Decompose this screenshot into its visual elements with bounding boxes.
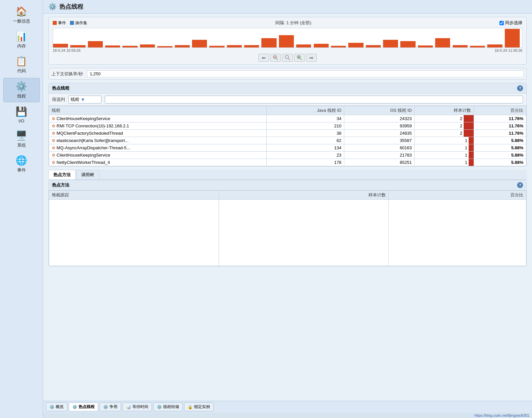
bottom-tab-bar: ⚙️ 概览 ⚙️ 热点线程 ⚙️ 争用 📊 等待时间 ⚙️ 线程转储 🔒 锁定实…	[43, 401, 532, 413]
table-row[interactable]: ⚙ NettyClientWorkerThread_4 178 85251 1 …	[49, 159, 526, 166]
sidebar-item-memory[interactable]: 📊 内存	[3, 28, 40, 52]
os-id: 93959	[344, 122, 415, 130]
hot-methods-body	[49, 200, 526, 266]
sidebar-label-memory: 内存	[17, 43, 26, 49]
thread-name: ⚙ MQClientFactoryScheduledThread	[49, 130, 267, 137]
filter-select[interactable]: 线程 ▼	[68, 96, 101, 104]
java-id: 178	[266, 159, 344, 166]
bottom-tab-hot-threads[interactable]: ⚙️ 热点线程	[69, 402, 98, 411]
table-row[interactable]: ⚙ ClientHouseKeepingService 34 24323 2 1…	[49, 115, 526, 122]
hot-methods-title: 热点方法	[52, 182, 69, 188]
timeline-bar	[400, 41, 415, 47]
timeline-bar	[348, 43, 363, 47]
table-row[interactable]: ⚙ RMI TCP Connection(10)-192.168.2.1 210…	[49, 122, 526, 130]
timeline-bar	[53, 44, 68, 47]
tab-call-tree[interactable]: 调用树	[76, 170, 99, 179]
sample-count: 1	[415, 159, 474, 166]
col-os-id: OS 线程 ID	[344, 106, 415, 115]
col-samples2: 样本计数	[219, 191, 388, 200]
sample-count: 2	[415, 130, 474, 137]
table-row[interactable]: ⚙ MQ-AsyncArrayDispatcher-Thread-5... 13…	[49, 144, 526, 152]
sidebar-label-system: 系统	[17, 142, 26, 148]
sidebar-label-threads: 线程	[17, 93, 26, 99]
hot-threads-header: 热点线程 ?	[49, 83, 526, 94]
hot-methods-help-icon[interactable]: ?	[517, 182, 523, 188]
filter-input[interactable]	[105, 96, 523, 104]
sidebar-item-threads[interactable]: ⚙️ 线程	[3, 78, 40, 102]
bottom-tab-overview[interactable]: ⚙️ 概览	[46, 402, 67, 411]
thread-name: ⚙ NettyClientWorkerThread_4	[49, 159, 267, 166]
java-id: 62	[266, 137, 344, 144]
back-button[interactable]: ⇦	[258, 54, 269, 62]
event-label: 事件	[58, 20, 66, 26]
help-icon[interactable]: ?	[517, 85, 523, 91]
dump-label: 线程转储	[163, 404, 179, 410]
percent: 11.76%	[474, 122, 526, 130]
hot-threads-icon: ⚙️	[72, 405, 77, 409]
forward-button[interactable]: ⇨	[306, 54, 317, 62]
table-row[interactable]: ⚙ elasticsearch[Karla Sofen][transport..…	[49, 137, 526, 144]
bottom-tab-lock-instances[interactable]: 🔒 锁定实例	[184, 402, 214, 411]
content-area: 事件 操作集 间隔: 1 分钟 (全部) 同步选择 18-5-24 10:59:…	[43, 14, 532, 401]
timeline-bar	[435, 38, 450, 47]
wait-label: 等待时间	[132, 404, 148, 410]
table-row[interactable]: ⚙ MQClientFactoryScheduledThread 38 2483…	[49, 130, 526, 137]
timeline-bar	[140, 44, 155, 47]
timeline-legend: 事件 操作集	[53, 20, 87, 26]
sidebar-item-general[interactable]: 🏠 一般信息	[3, 3, 40, 27]
thread-icon: ⚙	[52, 124, 55, 128]
thread-name: ⚙ ClientHouseKeepingService	[49, 115, 267, 122]
page-header: ⚙️ 热点线程	[43, 0, 532, 14]
page-title: 热点线程	[59, 3, 83, 11]
percent: 5.88%	[474, 144, 526, 152]
col-java-id: Java 线程 ID	[266, 106, 344, 115]
hot-methods-panel: 热点方法 ? 堆栈跟踪 样本计数 百分比	[48, 180, 527, 266]
zoom-out-button[interactable]	[270, 54, 281, 62]
percent: 5.88%	[474, 159, 526, 166]
sync-check-input[interactable]	[499, 21, 504, 25]
lock-label: 锁定实例	[194, 404, 210, 410]
timeline-bar	[314, 44, 329, 47]
tab-hot-methods[interactable]: 热点方法	[48, 170, 76, 179]
filter-label: 筛选列	[52, 97, 65, 103]
timeline-bar	[175, 45, 190, 47]
java-id: 23	[266, 152, 344, 159]
svg-point-3	[285, 55, 289, 59]
zoom-in-button[interactable]	[294, 54, 305, 62]
sidebar-label-code: 代码	[17, 68, 26, 74]
io-icon: 💾	[16, 106, 27, 117]
sidebar-item-code[interactable]: 📋 代码	[3, 53, 40, 77]
sync-label: 同步选择	[505, 20, 522, 26]
bottom-tab-wait-time[interactable]: 📊 等待时间	[122, 402, 152, 411]
sample-bar	[464, 122, 474, 129]
sync-checkbox[interactable]: 同步选择	[499, 20, 522, 26]
percent: 5.88%	[474, 137, 526, 144]
code-icon: 📋	[16, 56, 27, 67]
java-id: 210	[266, 122, 344, 130]
bottom-tab-contention[interactable]: ⚙️ 争用	[100, 402, 121, 411]
timeline-chart[interactable]	[53, 28, 522, 48]
svg-line-6	[300, 58, 302, 60]
os-id: 60163	[344, 144, 415, 152]
overview-icon: ⚙️	[49, 405, 54, 409]
os-id: 21783	[344, 152, 415, 159]
timeline-bar	[453, 45, 468, 47]
filter-row: 筛选列 线程 ▼	[49, 94, 526, 106]
overview-label: 概览	[56, 404, 64, 410]
zoom-reset-button[interactable]	[282, 54, 293, 62]
sidebar-item-events[interactable]: 🌐 事件	[3, 152, 40, 176]
timeline-bar	[505, 29, 520, 47]
timeline-bar	[383, 40, 398, 47]
sidebar-item-io[interactable]: 💾 I/O	[3, 104, 40, 126]
timeline-section: 事件 操作集 间隔: 1 分钟 (全部) 同步选择 18-5-24 10:59:…	[48, 17, 527, 65]
table-row[interactable]: ⚙ ClientHouseKeepingService 23 21783 1 5…	[49, 152, 526, 159]
legend-event: 事件	[53, 20, 66, 26]
context-rate-label: 上下文切换率/秒	[51, 71, 83, 77]
general-icon: 🏠	[16, 6, 27, 17]
bottom-tab-thread-dump[interactable]: ⚙️ 线程转储	[153, 402, 183, 411]
sidebar-item-system[interactable]: 🖥️ 系统	[3, 127, 40, 151]
os-id: 85251	[344, 159, 415, 166]
dump-icon: ⚙️	[157, 405, 162, 409]
empty-cell-percent	[388, 200, 526, 266]
page-title-icon: ⚙️	[48, 3, 57, 11]
